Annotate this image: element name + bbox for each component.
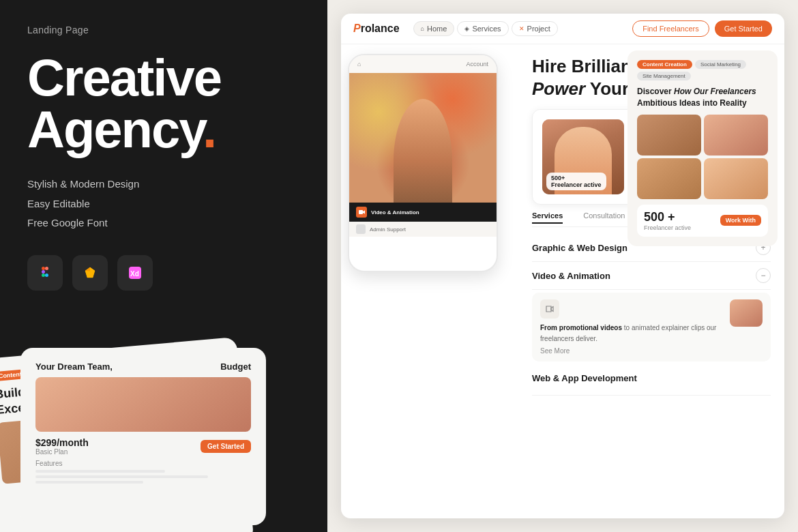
side-tag-site: Site Management <box>637 72 691 80</box>
feature-bar-3 <box>35 481 143 484</box>
side-card-main: Content Creation Social Marketing Site M… <box>627 50 778 246</box>
main-left: ⌂ Account <box>341 44 518 518</box>
phone-bar2-label: Admin Support <box>370 226 406 233</box>
feature-1: Stylish & Modern Design <box>27 175 300 194</box>
feature-3: Free Google Font <box>27 213 300 233</box>
freelancer-photo: 500+ Freelancer active <box>542 119 624 194</box>
headline-creative: Creative Agency. <box>27 52 300 156</box>
dot-orange: . <box>203 100 216 158</box>
phone-account-label: Account <box>466 61 488 68</box>
side-photo-3 <box>637 158 701 199</box>
logo: Prolance <box>353 23 400 35</box>
side-photo-2 <box>704 115 768 156</box>
svg-text:Xd: Xd <box>130 270 139 278</box>
xd-icon: Xd <box>117 255 153 291</box>
svg-marker-7 <box>85 267 90 271</box>
side-card-heading: Discover How Our Freelancers Ambitious I… <box>637 86 768 109</box>
feature-bar-1 <box>35 470 165 473</box>
nav-project[interactable]: ✕ Project <box>512 21 558 36</box>
svg-rect-0 <box>42 267 45 270</box>
phone-home-icon: ⌂ <box>357 61 361 68</box>
side-stat-inner: 500 + Freelancer active <box>644 210 691 231</box>
features-label: Features <box>35 460 251 467</box>
svg-rect-1 <box>45 267 48 270</box>
main-content: ⌂ Account <box>341 44 784 518</box>
headline-agency: Agency. <box>27 104 300 156</box>
feature-bar-2 <box>35 475 208 478</box>
svg-rect-2 <box>42 270 45 274</box>
main-card-title: Your Dream Team, <box>35 361 113 372</box>
service-graphic-name: Graphic & Web Design <box>532 243 627 253</box>
preview-cards-wrapper: Content Creation Social Marketing Buildi… <box>0 286 327 532</box>
plan-label: Basic Plan <box>35 448 89 456</box>
side-stat-label: Freelancer active <box>644 224 691 231</box>
nav-services[interactable]: ◈ Services <box>457 21 508 36</box>
hero-italic-2: Power <box>532 78 585 99</box>
left-panel: Landing Page Creative Agency. Stylish & … <box>0 0 327 532</box>
right-side-cards: Content Creation Social Marketing Site M… <box>621 44 784 518</box>
admin-icon <box>356 224 366 234</box>
tab-services[interactable]: Services <box>532 211 563 224</box>
side-stat-number: 500 + <box>644 210 691 224</box>
find-freelancers-btn[interactable]: Find Freelancers <box>632 20 709 37</box>
label-landing: Landing Page <box>27 25 300 35</box>
figma-icon <box>27 255 63 291</box>
project-icon: ✕ <box>519 25 524 32</box>
phone-bar-1: Video & Animation <box>349 203 497 222</box>
svg-marker-8 <box>90 267 95 271</box>
services-icon: ◈ <box>464 25 469 32</box>
nav-home[interactable]: ⌂ Home <box>413 21 455 36</box>
side-photo-1 <box>637 115 701 156</box>
logo-p: P <box>353 23 361 34</box>
main-card-subtitle: Budget <box>220 361 251 372</box>
svg-point-4 <box>45 274 48 277</box>
tool-icons-row: Xd <box>27 255 300 291</box>
side-tag-social: Social Marketing <box>695 60 746 69</box>
phone-header: ⌂ Account <box>349 55 497 73</box>
phone-bar-2: Admin Support <box>349 222 497 237</box>
feature-2: Easy Editable <box>27 194 300 214</box>
side-photos-grid <box>637 115 768 199</box>
service-icon <box>540 299 559 319</box>
nav-items: ⌂ Home ◈ Services ✕ Project <box>413 21 627 36</box>
tab-consultation[interactable]: Consultation <box>583 211 625 224</box>
svg-rect-11 <box>359 210 363 214</box>
work-with-btn[interactable]: Work With <box>720 215 761 226</box>
price-label: $299/month <box>35 437 89 448</box>
nav-right: Find Freelancers Get Started <box>632 20 772 37</box>
svg-marker-12 <box>363 211 365 214</box>
sketch-icon <box>72 255 108 291</box>
website-mockup: Prolance ⌂ Home ◈ Services ✕ Project Fin… <box>341 14 784 518</box>
preview-card-main: Your Dream Team, Budget $299/month Basic… <box>20 348 266 525</box>
side-card-tags: Content Creation Social Marketing Site M… <box>637 60 768 80</box>
service-video-name: Video & Animation <box>532 271 610 281</box>
phone-bar1-label: Video & Animation <box>371 209 419 216</box>
nav-bar: Prolance ⌂ Home ◈ Services ✕ Project Fin… <box>341 14 784 44</box>
side-tag-content: Content Creation <box>637 60 692 69</box>
features-list: Stylish & Modern Design Easy Editable Fr… <box>27 175 300 233</box>
get-started-card-btn[interactable]: Get Started <box>201 440 251 453</box>
home-icon: ⌂ <box>421 25 424 32</box>
video-icon <box>356 207 367 218</box>
side-photo-4 <box>704 158 768 199</box>
main-card-photo <box>35 377 251 432</box>
right-panel: Prolance ⌂ Home ◈ Services ✕ Project Fin… <box>327 0 798 532</box>
phone-photo <box>349 73 497 203</box>
get-started-btn[interactable]: Get Started <box>715 20 772 37</box>
phone-mockup: ⌂ Account <box>348 54 498 272</box>
svg-rect-3 <box>42 274 45 277</box>
stat-badge: 500+ Freelancer active <box>546 173 606 190</box>
side-stat-box: 500 + Freelancer active Work With <box>637 205 768 237</box>
